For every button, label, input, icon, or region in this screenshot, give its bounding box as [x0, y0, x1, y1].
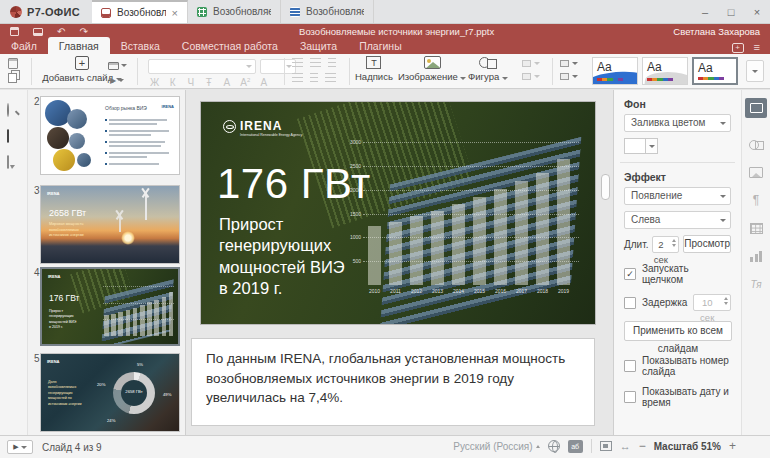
insert-textbox-button[interactable]: Т Надпись	[355, 56, 393, 82]
fit-to-slide-icon[interactable]	[600, 441, 612, 451]
underline-button[interactable]: Ч	[186, 77, 195, 88]
comments-panel-button[interactable]	[7, 156, 9, 168]
divider	[591, 439, 592, 453]
paragraph-settings-button[interactable]: ¶	[745, 190, 767, 210]
sun-glow	[121, 231, 135, 245]
toolbar-separator	[31, 58, 32, 85]
vertical-align-icon[interactable]	[310, 73, 318, 82]
undo-icon[interactable]: ↶	[57, 27, 65, 37]
bullet-list-icon[interactable]	[292, 58, 303, 67]
save-icon[interactable]	[10, 27, 19, 36]
spellcheck-icon[interactable]: аб	[568, 440, 583, 453]
menu-tab-home[interactable]: Главная	[48, 37, 110, 54]
current-slide[interactable]: IRENA International Renewable Energy Age…	[200, 101, 596, 325]
indent-icon[interactable]	[328, 58, 336, 67]
line-spacing-icon[interactable]	[325, 73, 336, 82]
theme-option-3-selected[interactable]: Aa	[692, 57, 738, 85]
slide-thumbnail-5[interactable]: IRENA Доля возобновляемых генерирующих м…	[40, 353, 180, 432]
slide-size-icon[interactable]	[560, 73, 569, 80]
start-on-click-checkbox[interactable]: ✓	[624, 268, 636, 280]
show-date-time-checkbox[interactable]	[624, 391, 636, 403]
font-color-button[interactable]: А	[222, 77, 231, 88]
menu-tab-insert[interactable]: Вставка	[110, 38, 171, 54]
slide-thumbnail-2[interactable]: Обзор рынка ВИЭ IRENA	[40, 96, 180, 175]
paste-icon[interactable]	[8, 58, 18, 69]
spinner-down-icon[interactable]	[672, 244, 676, 247]
open-file-location-icon[interactable]: +	[732, 43, 744, 53]
shape-settings-button[interactable]	[745, 134, 767, 154]
spinner-up-icon[interactable]	[672, 239, 676, 242]
effect-direction-select[interactable]: Слева	[624, 211, 731, 229]
menu-tab-collaboration[interactable]: Совместная работа	[171, 38, 289, 54]
hamburger-menu-icon[interactable]: ≡	[754, 42, 760, 53]
slide-thumbnail-4-selected[interactable]: IRENA 176 ГВт Прирост генерирующих мощно…	[40, 267, 180, 346]
chart-settings-button[interactable]	[745, 246, 767, 266]
textart-settings-button[interactable]: Тя	[745, 274, 767, 294]
align-icon[interactable]	[292, 73, 303, 82]
preview-button[interactable]: Просмотр	[683, 235, 731, 253]
zoom-out-button[interactable]: −	[639, 439, 646, 453]
background-color-picker[interactable]	[624, 138, 731, 154]
spinner-up-icon[interactable]	[724, 297, 728, 300]
show-slide-number-checkbox[interactable]	[624, 360, 636, 372]
slide-bar-chart[interactable]: 5001000150020002500300020102011201220132…	[341, 132, 591, 294]
menu-tab-file[interactable]: Файл	[0, 38, 48, 54]
copy-icon[interactable]	[8, 73, 17, 83]
delay-checkbox[interactable]	[624, 297, 636, 309]
image-settings-button[interactable]	[745, 162, 767, 182]
spinner-down-icon[interactable]	[724, 302, 728, 305]
set-language-icon[interactable]	[548, 440, 560, 452]
font-name-select[interactable]	[148, 59, 256, 74]
subscript-button[interactable]: А	[259, 77, 268, 88]
insert-shape-button[interactable]: Фигура	[468, 56, 508, 82]
document-tab-document[interactable]: Возобновляем...	[281, 0, 374, 23]
font-size-select[interactable]	[260, 59, 296, 74]
menu-tab-plugins[interactable]: Плагины	[348, 38, 413, 54]
color-dropdown[interactable]	[646, 138, 658, 154]
right-icon-strip: ¶ Тя	[741, 90, 770, 435]
numbered-list-icon[interactable]	[310, 58, 321, 67]
chevron-down-icon	[121, 64, 127, 67]
start-slideshow-button[interactable]: ▶	[104, 74, 130, 87]
start-slideshow-button[interactable]: ▶	[7, 440, 33, 454]
apply-to-all-slides-button[interactable]: Применить ко всем слайдам	[624, 321, 732, 341]
menu-tab-protection[interactable]: Защита	[289, 38, 348, 54]
document-tab-spreadsheet[interactable]: Возобновляем...	[188, 0, 281, 23]
background-fill-select[interactable]: Заливка цветом	[624, 114, 731, 132]
print-icon[interactable]	[33, 28, 43, 36]
search-button[interactable]	[7, 104, 9, 116]
window-minimize-button[interactable]: –	[692, 1, 718, 23]
window-maximize-button[interactable]: □	[718, 1, 744, 23]
redo-icon[interactable]: ↷	[79, 27, 87, 37]
insert-image-button[interactable]: Изображение	[398, 56, 466, 82]
status-bar: ▶ Слайд 4 из 9 Русский (Россия) аб ↔ − М…	[0, 435, 770, 458]
slide-thumbnail-3[interactable]: IRENA 2658 ГВт Мировая мощность возобнов…	[40, 185, 180, 264]
theme-option-2[interactable]: Aa	[642, 57, 688, 85]
theme-gallery-expand-button[interactable]	[746, 60, 764, 82]
window-close-button[interactable]: ×	[744, 1, 770, 23]
app-logo[interactable]: Р7-ОФИС	[0, 0, 92, 23]
italic-button[interactable]: К	[168, 77, 177, 88]
delay-spinner[interactable]: 10 сек	[693, 294, 731, 311]
zoom-in-button[interactable]: +	[729, 439, 736, 453]
strikethrough-button[interactable]: Ŧ	[204, 77, 213, 88]
close-tab-icon[interactable]: ×	[172, 7, 178, 19]
canvas-scrollbar[interactable]	[601, 174, 610, 200]
slides-panel-button[interactable]	[7, 130, 9, 142]
change-layout-button[interactable]	[104, 59, 130, 72]
zoom-level[interactable]: Масштаб 51%	[654, 441, 721, 452]
select-all-icon[interactable]	[560, 60, 569, 67]
superscript-button[interactable]: А2	[240, 77, 250, 88]
slide-settings-button[interactable]	[745, 98, 767, 118]
fit-to-width-icon[interactable]: ↔	[620, 440, 631, 452]
bold-button[interactable]: Ж	[150, 77, 159, 88]
theme-option-1[interactable]: Aa	[592, 57, 638, 85]
document-tab-presentation[interactable]: Возобновляем... ×	[92, 0, 188, 23]
donut-label: 20%	[97, 382, 105, 387]
duration-spinner[interactable]: 2 сек	[652, 236, 679, 253]
table-settings-button[interactable]	[745, 218, 767, 238]
language-selector[interactable]: Русский (Россия)	[453, 441, 539, 452]
paragraph-icon: ¶	[753, 193, 759, 207]
effect-select[interactable]: Появление	[624, 187, 731, 205]
notes-area[interactable]: По данным IRENA, глобальная установленна…	[191, 338, 595, 426]
